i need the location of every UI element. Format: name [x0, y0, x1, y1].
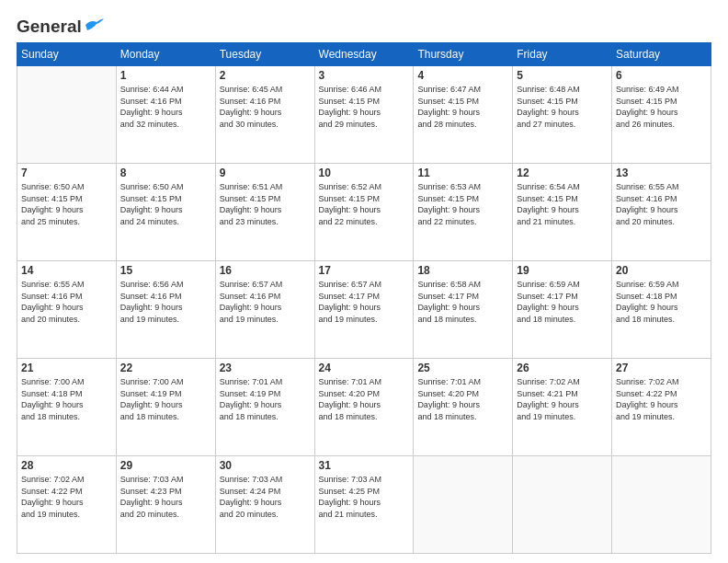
day-cell: 13Sunrise: 6:55 AM Sunset: 4:16 PM Dayli…: [612, 164, 711, 261]
day-cell: 6Sunrise: 6:49 AM Sunset: 4:15 PM Daylig…: [612, 66, 711, 164]
week-row-4: 21Sunrise: 7:00 AM Sunset: 4:18 PM Dayli…: [17, 359, 711, 456]
day-info: Sunrise: 6:50 AM Sunset: 4:15 PM Dayligh…: [120, 181, 211, 227]
day-info: Sunrise: 7:03 AM Sunset: 4:24 PM Dayligh…: [220, 474, 311, 520]
day-info: Sunrise: 6:51 AM Sunset: 4:15 PM Dayligh…: [220, 181, 311, 227]
day-number: 5: [517, 69, 608, 82]
day-info: Sunrise: 6:57 AM Sunset: 4:17 PM Dayligh…: [319, 279, 410, 325]
day-number: 24: [319, 362, 410, 374]
day-cell: 5Sunrise: 6:48 AM Sunset: 4:15 PM Daylig…: [513, 66, 612, 164]
week-row-1: 1Sunrise: 6:44 AM Sunset: 4:16 PM Daylig…: [17, 66, 711, 164]
col-saturday: Saturday: [612, 43, 711, 66]
day-cell: 19Sunrise: 6:59 AM Sunset: 4:17 PM Dayli…: [513, 261, 612, 359]
day-number: 21: [21, 362, 112, 374]
day-info: Sunrise: 7:03 AM Sunset: 4:25 PM Dayligh…: [319, 474, 410, 520]
day-cell: 10Sunrise: 6:52 AM Sunset: 4:15 PM Dayli…: [314, 164, 414, 261]
day-info: Sunrise: 6:59 AM Sunset: 4:17 PM Dayligh…: [517, 279, 608, 325]
col-thursday: Thursday: [414, 43, 513, 66]
page: General Sunday Monday Tuesday Wednesday …: [0, 0, 728, 563]
day-cell: 28Sunrise: 7:02 AM Sunset: 4:22 PM Dayli…: [17, 456, 117, 554]
day-info: Sunrise: 6:55 AM Sunset: 4:16 PM Dayligh…: [21, 279, 112, 325]
day-cell: 11Sunrise: 6:53 AM Sunset: 4:15 PM Dayli…: [414, 164, 513, 261]
day-number: 6: [616, 69, 707, 82]
day-info: Sunrise: 6:46 AM Sunset: 4:15 PM Dayligh…: [319, 84, 410, 130]
day-cell: 2Sunrise: 6:45 AM Sunset: 4:16 PM Daylig…: [215, 66, 314, 164]
day-number: 15: [120, 264, 211, 277]
week-row-3: 14Sunrise: 6:55 AM Sunset: 4:16 PM Dayli…: [17, 261, 711, 359]
day-cell: 15Sunrise: 6:56 AM Sunset: 4:16 PM Dayli…: [116, 261, 215, 359]
day-number: 29: [120, 459, 211, 472]
day-info: Sunrise: 6:50 AM Sunset: 4:15 PM Dayligh…: [21, 181, 112, 227]
day-cell: 17Sunrise: 6:57 AM Sunset: 4:17 PM Dayli…: [314, 261, 414, 359]
day-number: 10: [319, 167, 410, 179]
day-info: Sunrise: 7:02 AM Sunset: 4:21 PM Dayligh…: [517, 376, 608, 422]
day-cell: 9Sunrise: 6:51 AM Sunset: 4:15 PM Daylig…: [215, 164, 314, 261]
day-cell: 1Sunrise: 6:44 AM Sunset: 4:16 PM Daylig…: [116, 66, 215, 164]
day-number: 4: [417, 69, 508, 82]
day-info: Sunrise: 6:44 AM Sunset: 4:16 PM Dayligh…: [120, 84, 211, 130]
day-number: 13: [616, 167, 707, 179]
day-number: 8: [120, 167, 211, 179]
logo: General: [17, 17, 104, 33]
day-number: 2: [220, 69, 311, 82]
day-info: Sunrise: 6:45 AM Sunset: 4:16 PM Dayligh…: [220, 84, 311, 130]
day-cell: 31Sunrise: 7:03 AM Sunset: 4:25 PM Dayli…: [314, 456, 414, 554]
day-number: 1: [120, 69, 211, 82]
day-number: 14: [21, 264, 112, 277]
day-info: Sunrise: 6:52 AM Sunset: 4:15 PM Dayligh…: [319, 181, 410, 227]
calendar-header-row: Sunday Monday Tuesday Wednesday Thursday…: [17, 43, 711, 66]
day-cell: 14Sunrise: 6:55 AM Sunset: 4:16 PM Dayli…: [17, 261, 117, 359]
day-cell: 7Sunrise: 6:50 AM Sunset: 4:15 PM Daylig…: [17, 164, 117, 261]
day-cell: 20Sunrise: 6:59 AM Sunset: 4:18 PM Dayli…: [612, 261, 711, 359]
day-number: 18: [417, 264, 508, 277]
day-cell: 29Sunrise: 7:03 AM Sunset: 4:23 PM Dayli…: [116, 456, 215, 554]
day-info: Sunrise: 7:00 AM Sunset: 4:18 PM Dayligh…: [21, 376, 112, 422]
day-number: 17: [319, 264, 410, 277]
day-cell: 22Sunrise: 7:00 AM Sunset: 4:19 PM Dayli…: [116, 359, 215, 456]
day-number: 11: [417, 167, 508, 179]
day-cell: 27Sunrise: 7:02 AM Sunset: 4:22 PM Dayli…: [612, 359, 711, 456]
calendar-table: Sunday Monday Tuesday Wednesday Thursday…: [17, 42, 711, 554]
day-info: Sunrise: 6:57 AM Sunset: 4:16 PM Dayligh…: [220, 279, 311, 325]
week-row-2: 7Sunrise: 6:50 AM Sunset: 4:15 PM Daylig…: [17, 164, 711, 261]
day-info: Sunrise: 6:58 AM Sunset: 4:17 PM Dayligh…: [417, 279, 508, 325]
header: General: [17, 17, 711, 33]
day-number: 23: [220, 362, 311, 374]
day-cell: 18Sunrise: 6:58 AM Sunset: 4:17 PM Dayli…: [414, 261, 513, 359]
logo-general: General: [17, 17, 82, 37]
week-row-5: 28Sunrise: 7:02 AM Sunset: 4:22 PM Dayli…: [17, 456, 711, 554]
col-tuesday: Tuesday: [215, 43, 314, 66]
day-info: Sunrise: 7:01 AM Sunset: 4:20 PM Dayligh…: [417, 376, 508, 422]
day-cell: 4Sunrise: 6:47 AM Sunset: 4:15 PM Daylig…: [414, 66, 513, 164]
col-monday: Monday: [116, 43, 215, 66]
day-info: Sunrise: 7:01 AM Sunset: 4:20 PM Dayligh…: [319, 376, 410, 422]
day-info: Sunrise: 6:49 AM Sunset: 4:15 PM Dayligh…: [616, 84, 707, 130]
day-number: 27: [616, 362, 707, 374]
day-info: Sunrise: 7:00 AM Sunset: 4:19 PM Dayligh…: [120, 376, 211, 422]
day-cell: 30Sunrise: 7:03 AM Sunset: 4:24 PM Dayli…: [215, 456, 314, 554]
day-number: 9: [220, 167, 311, 179]
day-cell: 25Sunrise: 7:01 AM Sunset: 4:20 PM Dayli…: [414, 359, 513, 456]
col-sunday: Sunday: [17, 43, 117, 66]
day-cell: [17, 66, 117, 164]
day-number: 19: [517, 264, 608, 277]
day-cell: 12Sunrise: 6:54 AM Sunset: 4:15 PM Dayli…: [513, 164, 612, 261]
day-cell: 21Sunrise: 7:00 AM Sunset: 4:18 PM Dayli…: [17, 359, 117, 456]
day-info: Sunrise: 6:55 AM Sunset: 4:16 PM Dayligh…: [616, 181, 707, 227]
day-number: 3: [319, 69, 410, 82]
day-cell: 26Sunrise: 7:02 AM Sunset: 4:21 PM Dayli…: [513, 359, 612, 456]
day-info: Sunrise: 6:59 AM Sunset: 4:18 PM Dayligh…: [616, 279, 707, 325]
col-friday: Friday: [513, 43, 612, 66]
day-number: 28: [21, 459, 112, 472]
day-cell: 23Sunrise: 7:01 AM Sunset: 4:19 PM Dayli…: [215, 359, 314, 456]
day-number: 31: [319, 459, 410, 472]
day-cell: [612, 456, 711, 554]
day-info: Sunrise: 6:56 AM Sunset: 4:16 PM Dayligh…: [120, 279, 211, 325]
day-info: Sunrise: 6:53 AM Sunset: 4:15 PM Dayligh…: [417, 181, 508, 227]
day-number: 30: [220, 459, 311, 472]
day-number: 26: [517, 362, 608, 374]
day-number: 16: [220, 264, 311, 277]
day-number: 25: [417, 362, 508, 374]
day-number: 12: [517, 167, 608, 179]
day-number: 20: [616, 264, 707, 277]
day-cell: [513, 456, 612, 554]
